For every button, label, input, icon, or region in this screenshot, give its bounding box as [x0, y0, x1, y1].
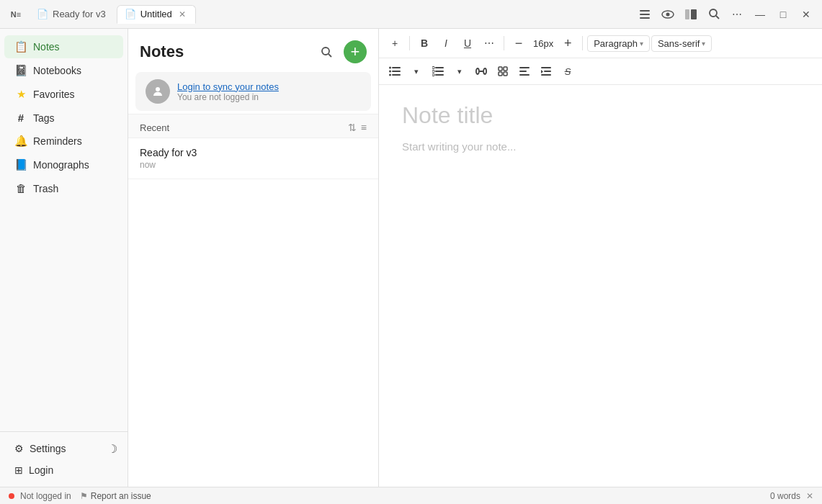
notes-icon: 📋	[14, 40, 27, 53]
sidebar-settings-item[interactable]: ⚙ Settings	[4, 438, 76, 459]
insert-button[interactable]: +	[385, 33, 405, 53]
bullet-list-button[interactable]	[385, 61, 405, 81]
svg-point-7	[710, 9, 717, 17]
svg-rect-34	[544, 71, 551, 72]
svg-rect-30	[519, 67, 530, 68]
svg-rect-6	[691, 9, 697, 19]
font-family-label: Sans-serif	[658, 38, 700, 49]
recent-label: Recent	[140, 122, 169, 133]
word-count: 0 words	[770, 491, 800, 501]
add-note-button[interactable]: +	[344, 40, 367, 63]
notes-header: Notes +	[128, 29, 378, 69]
note-title-field[interactable]: Note title	[402, 102, 799, 129]
svg-rect-31	[519, 71, 527, 72]
note-item-time: now	[140, 160, 367, 170]
note-body-field[interactable]: Start writing your note...	[402, 140, 799, 153]
svg-marker-36	[541, 70, 543, 73]
minimize-button[interactable]: —	[750, 4, 770, 24]
report-issue-link[interactable]: Report an issue	[91, 491, 151, 501]
note-item-title: Ready for v3	[140, 147, 367, 158]
strikethrough-button[interactable]: S	[558, 61, 578, 81]
block-button[interactable]	[493, 61, 513, 81]
bullet-list-chevron[interactable]: ▾	[406, 61, 426, 81]
svg-rect-5	[685, 9, 689, 19]
sidebar-item-reminders[interactable]: 🔔 Reminders	[4, 130, 123, 153]
bold-button[interactable]: B	[414, 33, 434, 53]
toolbar-sep-1	[409, 36, 410, 50]
svg-rect-23	[435, 74, 444, 76]
svg-rect-21	[435, 71, 444, 72]
svg-rect-19	[435, 67, 444, 68]
favorites-icon: ★	[14, 88, 27, 101]
font-size-display: 16px	[530, 38, 556, 49]
indent-button[interactable]	[536, 61, 556, 81]
svg-point-12	[389, 67, 391, 69]
font-size-increase-button[interactable]: +	[558, 33, 578, 53]
tab-untitled[interactable]: 📄 Untitled ✕	[117, 5, 196, 24]
font-family-select[interactable]: Sans-serif ▾	[651, 35, 712, 52]
sidebar-login-item[interactable]: ⊞ Login	[4, 459, 123, 481]
sidebar-item-monographs[interactable]: 📘 Monographs	[4, 153, 123, 176]
sidebar-toggle-button[interactable]	[635, 4, 655, 24]
sort-button[interactable]: ⇅	[348, 122, 357, 133]
sidebar-monographs-label: Monographs	[33, 159, 89, 171]
tab-close-button[interactable]: ✕	[177, 9, 188, 20]
tab-ready[interactable]: 📄 Ready for v3	[29, 5, 114, 23]
sidebar-notebooks-label: Notebooks	[33, 65, 81, 76]
paragraph-style-select[interactable]: Paragraph ▾	[587, 35, 650, 52]
dark-mode-button[interactable]: ☽	[102, 439, 123, 459]
svg-point-11	[156, 87, 160, 91]
italic-button[interactable]: I	[436, 33, 456, 53]
svg-rect-0	[640, 10, 650, 12]
sidebar-trash-label: Trash	[33, 183, 58, 194]
font-size-decrease-button[interactable]: −	[509, 33, 529, 53]
checked-list-chevron[interactable]: ▾	[450, 61, 470, 81]
sidebar-item-trash[interactable]: 🗑 Trash	[4, 177, 123, 199]
tab-label-active: Untitled	[140, 9, 172, 19]
svg-rect-25	[483, 68, 486, 74]
link-button[interactable]	[471, 61, 491, 81]
status-login-text: Not logged in	[20, 491, 71, 501]
svg-rect-18	[432, 67, 434, 69]
note-item-ready[interactable]: Ready for v3 now	[128, 138, 378, 179]
sidebar-tags-label: Tags	[33, 112, 55, 124]
search-button[interactable]	[704, 4, 724, 24]
tab-label: Ready for v3	[53, 9, 106, 19]
sidebar-item-tags[interactable]: # Tags	[4, 107, 123, 129]
sidebar-item-notes[interactable]: 📋 Notes	[4, 35, 123, 58]
view-toggle-button[interactable]	[681, 4, 701, 24]
toolbar-sep-2	[504, 36, 504, 50]
align-button[interactable]	[514, 61, 535, 81]
login-banner[interactable]: Login to sync your notes You are not log…	[135, 72, 371, 111]
more-options-button[interactable]: ⋯	[727, 4, 747, 24]
svg-line-8	[716, 16, 719, 19]
checked-list-button[interactable]	[428, 61, 448, 81]
status-indicator	[9, 493, 14, 499]
sidebar-favorites-label: Favorites	[33, 89, 75, 100]
svg-point-16	[389, 74, 391, 76]
svg-rect-15	[392, 71, 401, 72]
close-window-button[interactable]: ✕	[796, 4, 816, 24]
sidebar-item-favorites[interactable]: ★ Favorites	[4, 83, 123, 106]
editor-body[interactable]: Note title Start writing your note...	[379, 85, 822, 487]
filter-button[interactable]: ≡	[361, 122, 367, 133]
editor-toolbar-2: ▾ ▾ S	[379, 58, 822, 85]
read-mode-button[interactable]	[658, 4, 678, 24]
status-close-button[interactable]: ✕	[806, 491, 813, 501]
sidebar-item-notebooks[interactable]: 📓 Notebooks	[4, 59, 123, 82]
underline-button[interactable]: U	[457, 33, 478, 53]
login-banner-text: Login to sync your notes You are not log…	[177, 81, 279, 102]
svg-rect-1	[640, 14, 650, 15]
tab-icon: 📄	[37, 9, 48, 19]
notes-search-button[interactable]	[315, 40, 338, 63]
tab-icon-active: 📄	[125, 9, 136, 19]
paragraph-chevron: ▾	[640, 40, 643, 48]
svg-rect-17	[392, 74, 401, 76]
sidebar-bottom: ⚙ Settings ☽ ⊞ Login	[0, 431, 128, 487]
maximize-button[interactable]: □	[773, 4, 793, 24]
svg-rect-26	[499, 67, 502, 71]
more-format-button[interactable]: ⋯	[479, 33, 499, 53]
sidebar-bottom-row: ⚙ Settings ☽	[4, 438, 123, 459]
recent-header: Recent ⇅ ≡	[128, 114, 378, 138]
toolbar-sep-3	[582, 36, 583, 50]
